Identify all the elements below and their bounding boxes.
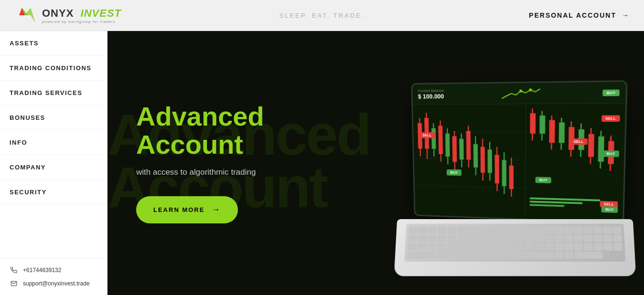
svg-rect-29 (473, 144, 478, 168)
buy-badge: BUY (602, 89, 620, 96)
screen-balance: Current Balance $ 100.000 (418, 88, 444, 100)
learn-more-button[interactable]: LEARN MORE → (136, 196, 238, 223)
phone-number: +61744639132 (23, 267, 61, 274)
phone-contact[interactable]: +61744639132 (10, 266, 97, 274)
logo[interactable]: ONYX INVEST powered by meritgroup for tr… (14, 6, 121, 25)
svg-marker-2 (25, 8, 35, 23)
phone-icon (10, 266, 18, 274)
svg-rect-65 (588, 134, 594, 157)
laptop-illustration: Current Balance $ 100.000 BUY (376, 66, 644, 295)
logo-icon (14, 6, 37, 25)
hero-content: Advanced Account with access to algorith… (107, 103, 356, 223)
svg-rect-23 (459, 139, 464, 160)
svg-rect-50 (540, 116, 546, 134)
hero-title: Advanced Account (136, 103, 327, 159)
personal-account-label: PERSONAL ACCOUNT (529, 11, 616, 19)
learn-more-label: LEARN MORE (153, 206, 204, 213)
svg-rect-35 (488, 149, 492, 173)
sidebar-item-trading-services[interactable]: TRADING SERVICES (0, 81, 107, 105)
buy-badge-right-3: BUY (601, 206, 618, 213)
laptop-screen: Current Balance $ 100.000 BUY (411, 80, 627, 224)
sidebar-item-security[interactable]: SECURITY (0, 180, 107, 205)
header: ONYX INVEST powered by meritgroup for tr… (0, 0, 644, 31)
header-tagline: SLEEP. EAT. TRADE. (279, 12, 365, 19)
svg-point-4 (529, 88, 532, 91)
sell-badge-right: SELL (601, 116, 620, 122)
email-icon (10, 279, 18, 288)
logo-text: ONYX INVEST powered by meritgroup for tr… (42, 7, 121, 24)
svg-rect-26 (466, 131, 471, 159)
right-panel: SELL SELL BUY BUY SELL BUY (526, 104, 625, 219)
wave-chart (502, 86, 540, 101)
arrow-right-icon: → (622, 11, 630, 19)
chart-area: SELL BUY (413, 104, 625, 219)
email-address: support@onyxinvest.trade (23, 280, 90, 287)
buy-badge-right: BUY (602, 150, 619, 157)
svg-rect-20 (452, 136, 457, 162)
sidebar-item-company[interactable]: COMPANY (0, 155, 107, 180)
svg-rect-14 (438, 126, 443, 154)
buy-badge-right-2: BUY (536, 177, 551, 183)
logo-brand: ONYX INVEST (42, 7, 121, 20)
personal-account-button[interactable]: PERSONAL ACCOUNT → (529, 11, 630, 19)
svg-rect-41 (502, 160, 506, 186)
sidebar-item-trading-conditions[interactable]: TRADING CONDITIONS (0, 56, 107, 81)
email-contact[interactable]: support@onyxinvest.trade (10, 279, 97, 288)
hero-section: Advanced Account Advanced Account with a… (107, 31, 644, 295)
svg-rect-44 (509, 166, 514, 189)
svg-rect-53 (549, 120, 555, 143)
sidebar-item-assets[interactable]: ASSETS (0, 31, 107, 56)
svg-rect-68 (598, 137, 604, 162)
keyboard (404, 224, 625, 262)
sidebar-nav: ASSETS TRADING CONDITIONS TRADING SERVIC… (0, 31, 107, 258)
screen-header: Current Balance $ 100.000 BUY (412, 82, 626, 105)
svg-rect-17 (445, 134, 450, 157)
laptop-base (394, 219, 636, 276)
hero-subtitle: with access to algorithmic trading (136, 168, 327, 177)
sidebar-contact: +61744639132 support@onyxinvest.trade (0, 258, 107, 295)
left-candles: SELL BUY (413, 104, 526, 215)
main-layout: ASSETS TRADING CONDITIONS TRADING SERVIC… (0, 31, 644, 295)
buy-badge-1: BUY (447, 169, 462, 176)
svg-rect-47 (530, 113, 536, 134)
balance-value: $ 100.000 (418, 93, 444, 100)
sell-badge-right-2: SELL (569, 138, 588, 145)
svg-rect-56 (559, 122, 565, 143)
sidebar-item-info[interactable]: INFO (0, 130, 107, 155)
sell-badge-1: SELL (419, 132, 435, 138)
bar-3 (530, 204, 565, 207)
bar-2 (530, 201, 583, 204)
learn-more-arrow-icon: → (211, 205, 221, 215)
sidebar: ASSETS TRADING CONDITIONS TRADING SERVIC… (0, 31, 107, 295)
sidebar-item-bonuses[interactable]: BONUSES (0, 105, 107, 130)
logo-sub: powered by meritgroup for traders (42, 20, 121, 24)
svg-point-3 (520, 89, 523, 92)
